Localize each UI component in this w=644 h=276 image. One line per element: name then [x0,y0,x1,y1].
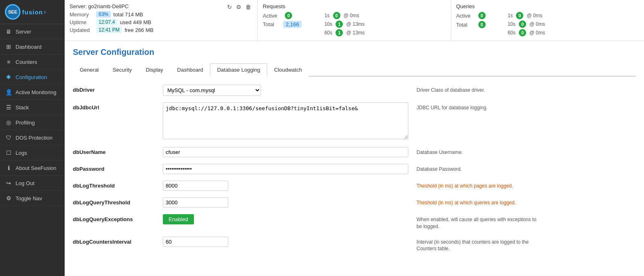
settings-icon[interactable]: ⚙ [235,3,243,11]
queries-timing-10s: 10s 0 @ 0ms [508,20,545,28]
db-log-counters-interval-input[interactable] [163,237,228,247]
total-label: total [113,11,124,18]
sidebar-item-profiling[interactable]: ◎ Profiling [0,115,65,130]
db-log-threshold-label: dbLogThreshold [73,181,163,189]
server-panel: Server: go2riamb-DellPC ↻ ⚙ 🗑 Memory 63%… [65,0,258,41]
db-log-threshold-input[interactable] [163,181,228,191]
toggle-nav-icon: ⚙ [5,195,12,202]
config-icon: ✱ [5,73,12,81]
dos-icon: 🛡 [5,134,12,141]
sidebar-item-stack[interactable]: ☰ Stack [0,100,65,115]
db-log-query-exceptions-row: dbLogQueryExceptions Enabled When enable… [73,214,636,230]
queries-total-val: 0 [478,21,486,28]
sidebar-item-logs[interactable]: ☐ Logs [0,145,65,161]
page-content: Server Configuration General Security Di… [65,41,644,276]
db-log-query-threshold-label: dbLogQueryThreshold [73,197,163,206]
sidebar-item-dos-protection[interactable]: 🛡 DOS Protection [0,130,65,145]
sidebar-item-configuration[interactable]: ✱ Configuration [0,70,65,85]
db-jdbc-url-control: jdbc:mysql://127.0.0.1:3306/seefusionDB?… [163,102,408,140]
sidebar-item-server[interactable]: 🖥 Server [0,24,65,39]
page-title: Server Configuration [73,48,636,57]
db-username-input[interactable] [163,147,408,157]
requests-timing-60s: 60s 1 @ 13ms [324,29,365,36]
updated-row: Updated 12:41 PM free 266 MB [70,27,252,33]
tab-general[interactable]: General [73,63,106,77]
requests-timing-10s: 10s 1 @ 13ms [324,20,365,28]
sidebar-item-label: Active Monitoring [16,89,56,95]
db-log-counters-interval-control [163,237,408,247]
sidebar-item-label: DOS Protection [16,135,52,141]
sidebar-item-active-monitoring[interactable]: 👤 Active Monitoring [0,85,65,100]
db-driver-row: dbDriver MySQL - com.mysql PostgreSQL MS… [73,85,636,96]
queries-timings: 1s 0 @ 0ms 10s 0 @ 0ms 60s 0 @ 0ms [508,12,545,36]
updated-label: Updated [70,27,96,33]
db-username-label: dbUserName [73,147,163,155]
server-actions: ↻ ⚙ 🗑 [226,3,252,11]
db-log-query-exceptions-control: Enabled [163,214,408,224]
stats-bar: Server: go2riamb-DellPC ↻ ⚙ 🗑 Memory 63%… [65,0,644,41]
sidebar-item-logout[interactable]: ↪ Log Out [0,176,65,191]
queries-total-row: Total 0 [456,21,487,28]
uptime-val: 12:07.4 [96,19,117,25]
db-password-input[interactable] [163,164,408,174]
requests-active-val: 0 [285,12,292,19]
db-log-counters-interval-label: dbLogCountersInterval [73,237,163,245]
db-username-help: Database Username. [417,147,463,156]
tab-database-logging[interactable]: Database Logging [210,63,267,77]
db-log-threshold-help: Theshold (in ms) at which pages are logg… [417,181,513,190]
db-log-counters-interval-help: Interval (in seconds) that counters are … [417,237,539,253]
server-icon: 🖥 [5,28,12,35]
db-driver-control: MySQL - com.mysql PostgreSQL MSSQL Oracl… [163,85,408,96]
db-jdbc-url-textarea[interactable]: jdbc:mysql://127.0.0.1:3306/seefusionDB?… [163,102,408,139]
db-username-row: dbUserName Database Username. [73,147,636,157]
dashboard-icon: ⊞ [5,43,12,50]
about-icon: ℹ [5,164,12,172]
requests-title: Requests [263,3,446,9]
sidebar-item-about[interactable]: ℹ About SeeFusion [0,161,65,176]
queries-title: Queries [456,3,639,9]
memory-label: Memory [70,11,96,18]
requests-timing-1s: 1s 0 @ 0ms [324,12,365,19]
delete-icon[interactable]: 🗑 [244,3,252,11]
db-log-query-threshold-row: dbLogQueryThreshold Theshold (in ms) at … [73,197,636,208]
tab-cloudwatch[interactable]: Cloudwatch [267,63,309,77]
sidebar-item-label: Stack [16,104,29,111]
sidebar-item-label: Counters [16,59,37,65]
profiling-icon: ◎ [5,119,12,126]
db-jdbc-url-row: dbJdbcUrl jdbc:mysql://127.0.0.1:3306/se… [73,102,636,140]
refresh-icon[interactable]: ↻ [226,3,233,11]
tab-display[interactable]: Display [139,63,170,77]
sidebar-item-counters[interactable]: ≡ Counters [0,54,65,70]
queries-active-row: Active 0 [456,12,487,19]
tab-dashboard[interactable]: Dashboard [170,63,210,77]
free-label: free [124,27,133,33]
requests-timings: 1s 0 @ 0ms 10s 1 @ 13ms 60s 1 @ 13ms [324,12,365,36]
updated-val: 12:41 PM [96,27,122,33]
active-monitoring-icon: 👤 [5,88,12,96]
sidebar: SEE fusion › 🖥 Server ⊞ Dashboard ≡ Coun… [0,0,65,276]
logout-icon: ↪ [5,179,12,187]
db-log-query-exceptions-button[interactable]: Enabled [163,214,194,224]
db-log-query-threshold-input[interactable] [163,197,228,208]
queries-total-label: Total [456,22,477,28]
sidebar-item-label: Server [16,29,31,35]
sidebar-item-toggle-nav[interactable]: ⚙ Toggle Nav [0,191,65,206]
requests-active-row: Active 0 [263,12,304,19]
used-label: used [120,19,131,25]
sidebar-item-label: Logs [16,150,27,156]
sidebar-item-dashboard[interactable]: ⊞ Dashboard [0,39,65,54]
requests-total-val: 2,166 [283,21,302,28]
db-password-label: dbPassword [73,164,163,172]
db-log-query-exceptions-label: dbLogQueryExceptions [73,214,163,222]
sidebar-item-label: Toggle Nav [16,195,42,201]
counters-icon: ≡ [5,58,12,66]
logs-icon: ☐ [5,149,12,156]
db-password-row: dbPassword Database Password. [73,164,636,174]
server-name-text: Server: go2riamb-DellPC [70,3,129,9]
sidebar-item-label: Log Out [16,180,34,186]
brand-name: fusion [22,9,43,16]
tab-security[interactable]: Security [106,63,139,77]
memory-used: 449 MB [133,19,151,25]
db-driver-select[interactable]: MySQL - com.mysql PostgreSQL MSSQL Oracl… [163,85,261,96]
db-password-help: Database Password. [417,164,462,173]
